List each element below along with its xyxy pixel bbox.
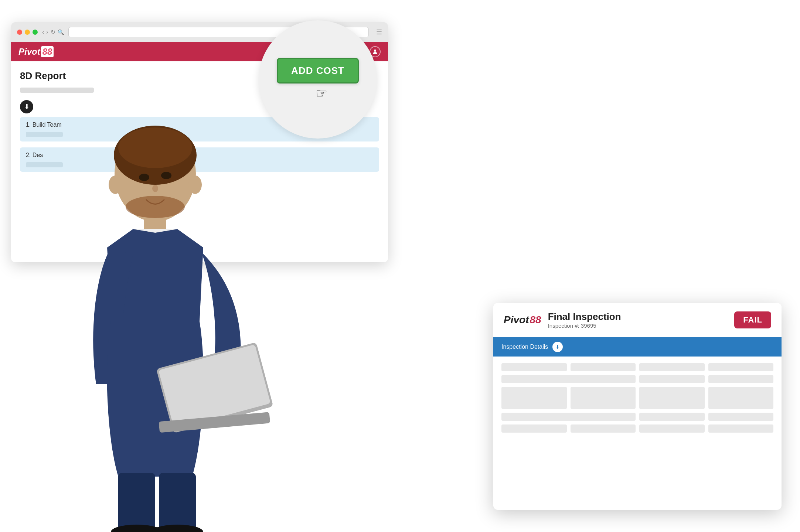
inspection-logo-88: 88 [530,314,541,326]
inspect-cell-2-3 [639,375,705,383]
svg-marker-8 [155,229,203,321]
maximize-window-dot[interactable] [33,30,38,35]
inspect-cell-3-1 [501,387,567,409]
inspect-cell-5-1 [501,424,567,433]
svg-point-19 [126,196,185,218]
inspection-panel: Pivot 88 Final Inspection Inspection #: … [493,303,782,510]
inspect-cell-3-4 [708,387,774,409]
inspection-row-2 [501,375,773,383]
add-cost-button[interactable]: ADD COST [277,58,359,83]
inspection-logo-area: Pivot 88 Final Inspection Inspection #: … [504,311,621,329]
svg-point-16 [139,174,149,181]
download-arrow: ⬇ [555,344,560,350]
inspect-cell-4-4 [708,413,774,421]
inspect-cell-3-2 [571,387,636,409]
close-window-dot[interactable] [17,30,22,35]
details-download-icon[interactable]: ⬇ [552,342,563,352]
title-placeholder-bar [20,88,94,93]
svg-point-20 [109,175,122,194]
svg-point-3 [118,127,192,168]
spotlight-circle: ADD COST ☞ [259,20,377,139]
cursor-icon: ☞ [316,86,327,101]
inspect-cell-5-3 [639,424,705,433]
back-nav-icon[interactable]: ‹ [42,29,44,35]
inspect-cell-3-3 [639,387,705,409]
inspection-title-block: Final Inspection Inspection #: 39695 [548,311,621,329]
svg-rect-9 [118,473,155,532]
svg-point-17 [161,172,171,179]
browser-nav-icons: ‹ › ↻ 🔍 [42,28,64,35]
page-title: 8D Report [20,70,66,82]
inspect-cell-1-3 [639,363,705,371]
pivot88-logo: Pivot 88 [18,46,54,57]
svg-point-21 [188,175,202,194]
inspect-cell-5-4 [708,424,774,433]
inspect-cell-5-2 [571,424,636,433]
inspect-cell-1-4 [708,363,774,371]
svg-rect-10 [159,473,196,532]
inspection-row-5 [501,424,773,433]
inspect-cell-4-3 [639,413,705,421]
inspect-cell-2-1 [501,375,636,383]
inspect-cell-4-1 [501,413,636,421]
svg-point-18 [152,185,158,192]
inspection-row-3 [501,387,773,409]
minimize-window-dot[interactable] [25,30,30,35]
browser-menu-icon[interactable]: ☰ [376,28,382,36]
inspect-cell-1-2 [571,363,636,371]
forward-nav-icon[interactable]: › [46,29,48,35]
search-icon: 🔍 [58,29,64,35]
inspection-logo: Pivot 88 [504,314,541,326]
inspection-content [493,357,782,443]
inspection-header: Pivot 88 Final Inspection Inspection #: … [493,303,782,337]
svg-point-0 [374,50,376,52]
logo-88-text: 88 [41,46,54,57]
inspection-details-bar: Inspection Details ⬇ [493,337,782,357]
inspection-title: Final Inspection [548,311,621,323]
reload-icon[interactable]: ↻ [51,28,55,35]
inspect-cell-1-1 [501,363,567,371]
inspect-cell-2-4 [708,375,774,383]
person-figure [22,107,288,532]
inspection-row-1 [501,363,773,371]
inspection-logo-pivot: Pivot [504,314,529,326]
inspection-number: Inspection #: 39695 [548,323,621,329]
window-controls [17,30,38,35]
fail-badge: FAIL [734,311,771,328]
details-bar-label: Inspection Details [501,344,548,350]
inspection-row-4 [501,413,773,421]
logo-pivot-text: Pivot [18,47,40,57]
